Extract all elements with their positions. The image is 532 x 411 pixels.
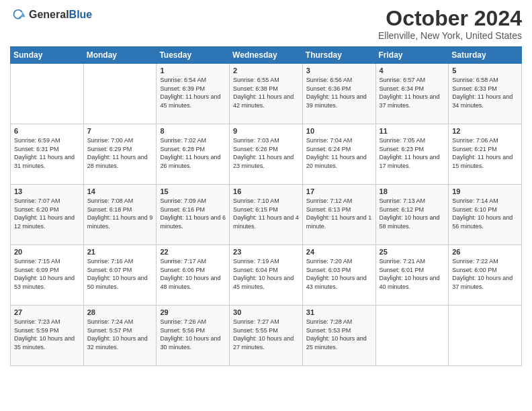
calendar-cell: 14Sunrise: 7:08 AMSunset: 6:18 PMDayligh…: [83, 185, 157, 245]
header-wednesday: Wednesday: [230, 47, 303, 64]
calendar-cell: [375, 306, 449, 366]
calendar-table: Sunday Monday Tuesday Wednesday Thursday…: [10, 46, 522, 366]
calendar-cell: 1Sunrise: 6:54 AMSunset: 6:39 PMDaylight…: [157, 64, 230, 124]
calendar-cell: 10Sunrise: 7:04 AMSunset: 6:24 PMDayligh…: [302, 124, 375, 185]
day-info: Sunrise: 7:04 AMSunset: 6:24 PMDaylight:…: [306, 136, 372, 170]
calendar-cell: [11, 64, 84, 124]
day-info: Sunrise: 7:02 AMSunset: 6:28 PMDaylight:…: [160, 136, 226, 170]
day-info: Sunrise: 7:13 AMSunset: 6:12 PMDaylight:…: [380, 197, 445, 230]
header-sunday: Sunday: [11, 47, 84, 64]
day-number: 30: [233, 308, 299, 316]
header-monday: Monday: [83, 47, 157, 64]
day-number: 10: [306, 127, 372, 135]
day-number: 13: [14, 187, 80, 195]
day-number: 7: [87, 127, 153, 135]
logo: GeneralBlue: [10, 7, 92, 23]
calendar-cell: 13Sunrise: 7:07 AMSunset: 6:20 PMDayligh…: [11, 185, 84, 245]
day-number: 25: [380, 248, 445, 256]
day-number: 9: [233, 127, 299, 135]
calendar-cell: 5Sunrise: 6:58 AMSunset: 6:33 PMDaylight…: [449, 64, 522, 124]
day-info: Sunrise: 7:14 AMSunset: 6:10 PMDaylight:…: [452, 197, 518, 230]
title-section: October 2024 Ellenville, New York, Unite…: [378, 7, 522, 41]
day-number: 5: [452, 66, 518, 75]
calendar-week-3: 13Sunrise: 7:07 AMSunset: 6:20 PMDayligh…: [11, 185, 522, 245]
calendar-cell: 20Sunrise: 7:15 AMSunset: 6:09 PMDayligh…: [11, 245, 84, 306]
day-number: 8: [160, 127, 226, 135]
day-number: 14: [87, 187, 153, 195]
calendar-body: 1Sunrise: 6:54 AMSunset: 6:39 PMDaylight…: [11, 64, 522, 366]
day-info: Sunrise: 7:19 AMSunset: 6:04 PMDaylight:…: [233, 257, 299, 291]
location: Ellenville, New York, United States: [378, 30, 522, 41]
calendar-cell: 6Sunrise: 6:59 AMSunset: 6:31 PMDaylight…: [11, 124, 84, 185]
day-info: Sunrise: 7:17 AMSunset: 6:06 PMDaylight:…: [160, 257, 226, 291]
header: GeneralBlue October 2024 Ellenville, New…: [10, 7, 522, 41]
day-number: 23: [233, 248, 299, 256]
day-info: Sunrise: 7:20 AMSunset: 6:03 PMDaylight:…: [306, 257, 372, 291]
logo-blue: Blue: [69, 9, 93, 20]
calendar-cell: 28Sunrise: 7:24 AMSunset: 5:57 PMDayligh…: [83, 306, 157, 366]
day-info: Sunrise: 7:10 AMSunset: 6:15 PMDaylight:…: [233, 197, 299, 230]
day-info: Sunrise: 7:16 AMSunset: 6:07 PMDaylight:…: [87, 257, 153, 291]
calendar-cell: 4Sunrise: 6:57 AMSunset: 6:34 PMDaylight…: [375, 64, 449, 124]
day-info: Sunrise: 7:08 AMSunset: 6:18 PMDaylight:…: [87, 197, 153, 230]
day-number: 22: [160, 248, 226, 256]
calendar-cell: 18Sunrise: 7:13 AMSunset: 6:12 PMDayligh…: [375, 185, 449, 245]
day-info: Sunrise: 7:03 AMSunset: 6:26 PMDaylight:…: [233, 136, 299, 170]
day-info: Sunrise: 7:12 AMSunset: 6:13 PMDaylight:…: [306, 197, 372, 230]
calendar-cell: 30Sunrise: 7:27 AMSunset: 5:55 PMDayligh…: [230, 306, 303, 366]
calendar-cell: 31Sunrise: 7:28 AMSunset: 5:53 PMDayligh…: [302, 306, 375, 366]
calendar-cell: 12Sunrise: 7:06 AMSunset: 6:21 PMDayligh…: [449, 124, 522, 185]
calendar-week-5: 27Sunrise: 7:23 AMSunset: 5:59 PMDayligh…: [11, 306, 522, 366]
day-number: 26: [452, 248, 518, 256]
day-number: 21: [87, 248, 153, 256]
day-number: 11: [380, 127, 445, 135]
calendar-cell: 19Sunrise: 7:14 AMSunset: 6:10 PMDayligh…: [449, 185, 522, 245]
day-info: Sunrise: 7:26 AMSunset: 5:56 PMDaylight:…: [160, 318, 226, 351]
day-number: 1: [160, 66, 226, 75]
logo-text: GeneralBlue: [29, 9, 92, 21]
calendar-cell: 3Sunrise: 6:56 AMSunset: 6:36 PMDaylight…: [302, 64, 375, 124]
day-number: 6: [14, 127, 80, 135]
day-number: 15: [160, 187, 226, 195]
header-thursday: Thursday: [302, 47, 375, 64]
day-info: Sunrise: 7:27 AMSunset: 5:55 PMDaylight:…: [233, 318, 299, 351]
calendar-cell: 15Sunrise: 7:09 AMSunset: 6:16 PMDayligh…: [157, 185, 230, 245]
day-number: 19: [452, 187, 518, 195]
calendar-cell: [449, 306, 522, 366]
header-tuesday: Tuesday: [157, 47, 230, 64]
day-number: 31: [306, 308, 372, 316]
day-info: Sunrise: 7:22 AMSunset: 6:00 PMDaylight:…: [452, 257, 518, 291]
calendar-cell: 25Sunrise: 7:21 AMSunset: 6:01 PMDayligh…: [375, 245, 449, 306]
day-number: 18: [380, 187, 445, 195]
day-info: Sunrise: 6:57 AMSunset: 6:34 PMDaylight:…: [380, 76, 445, 109]
calendar-week-4: 20Sunrise: 7:15 AMSunset: 6:09 PMDayligh…: [11, 245, 522, 306]
day-info: Sunrise: 7:07 AMSunset: 6:20 PMDaylight:…: [14, 197, 80, 230]
day-info: Sunrise: 6:54 AMSunset: 6:39 PMDaylight:…: [160, 76, 226, 109]
day-number: 20: [14, 248, 80, 256]
day-info: Sunrise: 7:05 AMSunset: 6:23 PMDaylight:…: [380, 136, 445, 170]
calendar-cell: 17Sunrise: 7:12 AMSunset: 6:13 PMDayligh…: [302, 185, 375, 245]
day-info: Sunrise: 7:21 AMSunset: 6:01 PMDaylight:…: [380, 257, 445, 291]
calendar-week-1: 1Sunrise: 6:54 AMSunset: 6:39 PMDaylight…: [11, 64, 522, 124]
calendar-cell: 2Sunrise: 6:55 AMSunset: 6:38 PMDaylight…: [230, 64, 303, 124]
calendar-cell: 16Sunrise: 7:10 AMSunset: 6:15 PMDayligh…: [230, 185, 303, 245]
day-info: Sunrise: 7:00 AMSunset: 6:29 PMDaylight:…: [87, 136, 153, 170]
day-number: 29: [160, 308, 226, 316]
calendar-cell: 29Sunrise: 7:26 AMSunset: 5:56 PMDayligh…: [157, 306, 230, 366]
calendar-cell: 7Sunrise: 7:00 AMSunset: 6:29 PMDaylight…: [83, 124, 157, 185]
calendar-cell: 24Sunrise: 7:20 AMSunset: 6:03 PMDayligh…: [302, 245, 375, 306]
weekday-row: Sunday Monday Tuesday Wednesday Thursday…: [11, 47, 522, 64]
day-info: Sunrise: 7:06 AMSunset: 6:21 PMDaylight:…: [452, 136, 518, 170]
day-number: 3: [306, 66, 372, 75]
day-number: 4: [380, 66, 445, 75]
calendar-cell: 9Sunrise: 7:03 AMSunset: 6:26 PMDaylight…: [230, 124, 303, 185]
calendar-header: Sunday Monday Tuesday Wednesday Thursday…: [11, 47, 522, 64]
day-number: 27: [14, 308, 80, 316]
page-container: GeneralBlue October 2024 Ellenville, New…: [0, 0, 532, 373]
day-info: Sunrise: 7:09 AMSunset: 6:16 PMDaylight:…: [160, 197, 226, 230]
day-info: Sunrise: 6:55 AMSunset: 6:38 PMDaylight:…: [233, 76, 299, 109]
calendar-week-2: 6Sunrise: 6:59 AMSunset: 6:31 PMDaylight…: [11, 124, 522, 185]
calendar-cell: 26Sunrise: 7:22 AMSunset: 6:00 PMDayligh…: [449, 245, 522, 306]
calendar-cell: [83, 64, 157, 124]
calendar-cell: 27Sunrise: 7:23 AMSunset: 5:59 PMDayligh…: [11, 306, 84, 366]
